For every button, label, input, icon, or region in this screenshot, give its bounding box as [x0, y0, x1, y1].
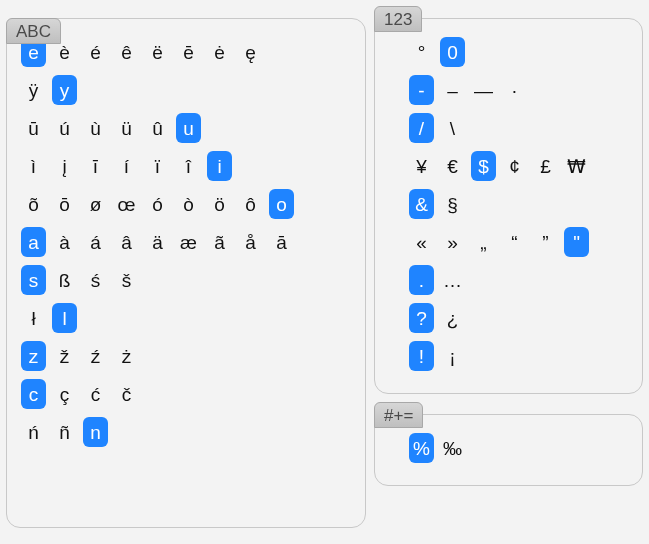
key-ē[interactable]: ē [176, 37, 201, 67]
key-£[interactable]: £ [533, 151, 558, 181]
key-row: .… [389, 265, 628, 295]
key-¢[interactable]: ¢ [502, 151, 527, 181]
key-ł[interactable]: ł [21, 303, 46, 333]
key-%[interactable]: % [409, 433, 434, 463]
key-ú[interactable]: ú [52, 113, 77, 143]
key-ę[interactable]: ę [238, 37, 263, 67]
key-–[interactable]: – [440, 75, 465, 105]
key-ø[interactable]: ø [83, 189, 108, 219]
key-c[interactable]: c [21, 379, 46, 409]
key-å[interactable]: å [238, 227, 263, 257]
key-„[interactable]: „ [471, 227, 496, 257]
key-ê[interactable]: ê [114, 37, 139, 67]
key-¡[interactable]: ¡ [440, 341, 465, 371]
key-ō[interactable]: ō [52, 189, 77, 219]
key-ć[interactable]: ć [83, 379, 108, 409]
num-tab[interactable]: 123 [374, 6, 422, 32]
key-ż[interactable]: ż [114, 341, 139, 371]
key-?[interactable]: ? [409, 303, 434, 333]
key-ü[interactable]: ü [114, 113, 139, 143]
key-ń[interactable]: ń [21, 417, 46, 447]
key-0[interactable]: 0 [440, 37, 465, 67]
key-ç[interactable]: ç [52, 379, 77, 409]
key-š[interactable]: š [114, 265, 139, 295]
sym-tab[interactable]: #+= [374, 402, 423, 428]
key-ÿ[interactable]: ÿ [21, 75, 46, 105]
key-ā[interactable]: ā [269, 227, 294, 257]
key-row: sßśš [21, 265, 351, 295]
key-ė[interactable]: ė [207, 37, 232, 67]
key-a[interactable]: a [21, 227, 46, 257]
key-€[interactable]: € [440, 151, 465, 181]
key--[interactable]: - [409, 75, 434, 105]
num-panel-wrap: 123 °0-–—·/\¥€$¢£₩&§«»„“”".…?¿!¡ [374, 6, 643, 394]
key-row: ìįīíïîi [21, 151, 351, 181]
key-![interactable]: ! [409, 341, 434, 371]
key-row: łl [21, 303, 351, 333]
key-ù[interactable]: ù [83, 113, 108, 143]
key-row: cçćč [21, 379, 351, 409]
key-row: õōøœóòöôo [21, 189, 351, 219]
key-č[interactable]: č [114, 379, 139, 409]
key-§[interactable]: § [440, 189, 465, 219]
key-ź[interactable]: ź [83, 341, 108, 371]
key-í[interactable]: í [114, 151, 139, 181]
key-ž[interactable]: ž [52, 341, 77, 371]
key-row: eèéêëēėę [21, 37, 351, 67]
key-₩[interactable]: ₩ [564, 151, 589, 181]
key-°[interactable]: ° [409, 37, 434, 67]
key-ï[interactable]: ï [145, 151, 170, 181]
key-n[interactable]: n [83, 417, 108, 447]
key-ô[interactable]: ô [238, 189, 263, 219]
key-z[interactable]: z [21, 341, 46, 371]
key-u[interactable]: u [176, 113, 201, 143]
key-o[interactable]: o [269, 189, 294, 219]
key-…[interactable]: … [440, 265, 465, 295]
key-æ[interactable]: æ [176, 227, 201, 257]
key-¿[interactable]: ¿ [440, 303, 465, 333]
key-ë[interactable]: ë [145, 37, 170, 67]
key-"[interactable]: " [564, 227, 589, 257]
key-”[interactable]: ” [533, 227, 558, 257]
key-â[interactable]: â [114, 227, 139, 257]
key-y[interactable]: y [52, 75, 77, 105]
key-“[interactable]: “ [502, 227, 527, 257]
key-«[interactable]: « [409, 227, 434, 257]
key-.[interactable]: . [409, 265, 434, 295]
key-á[interactable]: á [83, 227, 108, 257]
key-ì[interactable]: ì [21, 151, 46, 181]
key-ä[interactable]: ä [145, 227, 170, 257]
key-œ[interactable]: œ [114, 189, 139, 219]
key-/[interactable]: / [409, 113, 434, 143]
key-į[interactable]: į [52, 151, 77, 181]
key-row: ?¿ [389, 303, 628, 333]
key-ū[interactable]: ū [21, 113, 46, 143]
key-ó[interactable]: ó [145, 189, 170, 219]
key-l[interactable]: l [52, 303, 77, 333]
key-·[interactable]: · [502, 75, 527, 105]
key-ã[interactable]: ã [207, 227, 232, 257]
key-à[interactable]: à [52, 227, 77, 257]
key-$[interactable]: $ [471, 151, 496, 181]
key-ñ[interactable]: ñ [52, 417, 77, 447]
key-ò[interactable]: ò [176, 189, 201, 219]
key-&[interactable]: & [409, 189, 434, 219]
key-é[interactable]: é [83, 37, 108, 67]
key-û[interactable]: û [145, 113, 170, 143]
key-s[interactable]: s [21, 265, 46, 295]
key-¥[interactable]: ¥ [409, 151, 434, 181]
key-\[interactable]: \ [440, 113, 465, 143]
key-row: zžźż [21, 341, 351, 371]
key-»[interactable]: » [440, 227, 465, 257]
key-row: -–—· [389, 75, 628, 105]
key-ś[interactable]: ś [83, 265, 108, 295]
key-‰[interactable]: ‰ [440, 433, 465, 463]
key-ī[interactable]: ī [83, 151, 108, 181]
key-ß[interactable]: ß [52, 265, 77, 295]
key-i[interactable]: i [207, 151, 232, 181]
abc-tab[interactable]: ABC [6, 18, 61, 44]
key-ö[interactable]: ö [207, 189, 232, 219]
key-õ[interactable]: õ [21, 189, 46, 219]
key-î[interactable]: î [176, 151, 201, 181]
key-—[interactable]: — [471, 75, 496, 105]
